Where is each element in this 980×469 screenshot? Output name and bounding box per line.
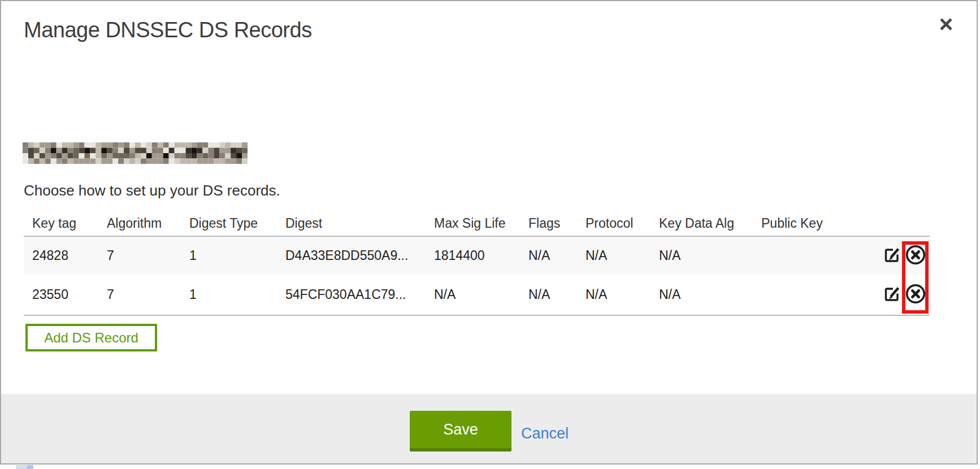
close-button[interactable] bbox=[933, 11, 960, 38]
cell-protocol: N/A bbox=[577, 287, 651, 302]
dialog-title: Manage DNSSEC DS Records bbox=[24, 18, 312, 42]
instruction-text: Choose how to set up your DS records. bbox=[24, 182, 280, 199]
column-header-key-data-alg: Key Data Alg bbox=[651, 216, 753, 231]
background-artifact bbox=[27, 465, 33, 469]
edit-pencil-icon bbox=[882, 245, 901, 266]
cell-algorithm: 7 bbox=[98, 287, 181, 302]
cell-key-data-alg: N/A bbox=[651, 287, 753, 302]
modal-dialog: Manage DNSSEC DS Records Choose how to s… bbox=[0, 0, 978, 464]
cell-key-data-alg: N/A bbox=[651, 248, 753, 263]
delete-record-button[interactable] bbox=[905, 244, 926, 267]
cancel-link[interactable]: Cancel bbox=[521, 425, 569, 442]
domain-name-redacted bbox=[23, 142, 248, 164]
column-header-max-sig-life: Max Sig Life bbox=[426, 216, 520, 231]
cell-digest: D4A33E8DD550A9... bbox=[277, 248, 426, 263]
column-header-public-key: Public Key bbox=[753, 216, 838, 231]
column-header-digest-type: Digest Type bbox=[181, 216, 277, 231]
ds-records-table: Key tag Algorithm Digest Type Digest Max… bbox=[24, 211, 930, 316]
table-body: 24828 7 1 D4A33E8DD550A9... 1814400 N/A … bbox=[24, 236, 930, 316]
cell-actions bbox=[838, 244, 930, 267]
cell-max-sig-life: N/A bbox=[426, 287, 520, 302]
cell-protocol: N/A bbox=[577, 248, 651, 263]
table-header-row: Key tag Algorithm Digest Type Digest Max… bbox=[24, 211, 930, 236]
column-header-protocol: Protocol bbox=[577, 216, 651, 231]
cell-key-tag: 24828 bbox=[24, 248, 98, 263]
cell-algorithm: 7 bbox=[98, 248, 181, 263]
save-button[interactable]: Save bbox=[410, 411, 511, 451]
dialog-footer: Save Cancel bbox=[1, 394, 977, 463]
table-row: 24828 7 1 D4A33E8DD550A9... 1814400 N/A … bbox=[24, 237, 930, 275]
edit-record-button[interactable] bbox=[882, 284, 901, 305]
cell-max-sig-life: 1814400 bbox=[426, 248, 520, 263]
column-header-digest: Digest bbox=[277, 216, 426, 231]
close-icon bbox=[937, 15, 955, 35]
cell-digest-type: 1 bbox=[181, 248, 277, 263]
column-header-flags: Flags bbox=[520, 216, 577, 231]
column-header-algorithm: Algorithm bbox=[98, 216, 181, 231]
page-background-strip bbox=[0, 464, 980, 469]
delete-x-circle-icon bbox=[905, 244, 926, 267]
edit-record-button[interactable] bbox=[882, 245, 901, 266]
edit-pencil-icon bbox=[882, 284, 901, 305]
cell-actions bbox=[838, 283, 930, 306]
add-ds-record-button[interactable]: Add DS Record bbox=[25, 324, 157, 351]
cell-flags: N/A bbox=[520, 248, 577, 263]
delete-record-button[interactable] bbox=[905, 283, 926, 306]
cell-digest-type: 1 bbox=[181, 287, 277, 302]
column-header-key-tag: Key tag bbox=[24, 216, 98, 231]
table-row: 23550 7 1 54FCF030AA1C79... N/A N/A N/A … bbox=[24, 275, 930, 315]
delete-x-circle-icon bbox=[905, 283, 926, 306]
cell-key-tag: 23550 bbox=[24, 287, 98, 302]
cell-digest: 54FCF030AA1C79... bbox=[277, 287, 426, 302]
cell-flags: N/A bbox=[520, 287, 577, 302]
